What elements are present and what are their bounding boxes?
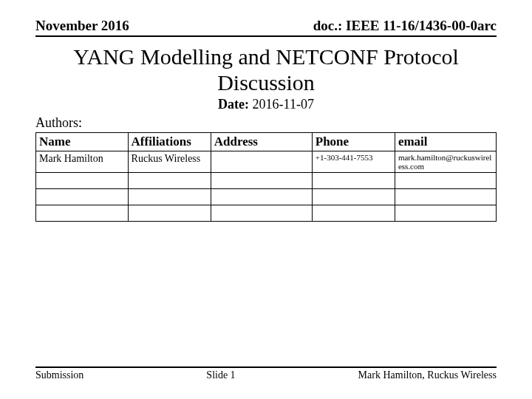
- cell-phone: [312, 205, 395, 222]
- table-row: Mark Hamilton Ruckus Wireless +1-303-441…: [36, 151, 497, 173]
- date-value: 2016-11-07: [253, 97, 314, 112]
- table-header-row: Name Affiliations Address Phone email: [36, 133, 497, 151]
- cell-name: [36, 205, 129, 222]
- cell-name: Mark Hamilton: [36, 151, 129, 173]
- cell-name: [36, 173, 129, 189]
- cell-address: [211, 189, 312, 205]
- date-line: Date: 2016-11-07: [35, 97, 497, 112]
- cell-phone: [312, 189, 395, 205]
- cell-address: [211, 173, 312, 189]
- col-header-address: Address: [211, 133, 312, 151]
- col-header-phone: Phone: [312, 133, 395, 151]
- table-row: [36, 173, 497, 189]
- table-row: [36, 189, 497, 205]
- header-doc-id: doc.: IEEE 11-16/1436-00-0arc: [313, 18, 497, 34]
- cell-address: [211, 151, 312, 173]
- cell-affiliations: [128, 189, 211, 205]
- cell-phone: [312, 173, 395, 189]
- cell-email: [395, 205, 496, 222]
- cell-name: [36, 189, 129, 205]
- col-header-email: email: [395, 133, 496, 151]
- document-title: YANG Modelling and NETCONF Protocol Disc…: [35, 44, 497, 95]
- cell-affiliations: [128, 173, 211, 189]
- cell-affiliations: Ruckus Wireless: [128, 151, 211, 173]
- header-date: November 2016: [35, 18, 129, 34]
- footer-right: Mark Hamilton, Ruckus Wireless: [358, 369, 497, 381]
- footer-center: Slide 1: [206, 369, 235, 381]
- cell-address: [211, 205, 312, 222]
- table-row: [36, 205, 497, 222]
- authors-label: Authors:: [35, 115, 497, 131]
- cell-email: [395, 173, 496, 189]
- cell-affiliations: [128, 205, 211, 222]
- col-header-affiliations: Affiliations: [128, 133, 211, 151]
- header: November 2016 doc.: IEEE 11-16/1436-00-0…: [35, 18, 497, 37]
- col-header-name: Name: [36, 133, 129, 151]
- cell-phone: +1-303-441-7553: [312, 151, 395, 173]
- footer: Submission Slide 1 Mark Hamilton, Ruckus…: [35, 366, 497, 381]
- cell-email: mark.hamilton@ruckuswireless.com: [395, 151, 496, 173]
- cell-email: [395, 189, 496, 205]
- footer-left: Submission: [35, 369, 83, 381]
- date-label: Date:: [218, 97, 249, 112]
- authors-table: Name Affiliations Address Phone email Ma…: [35, 132, 497, 222]
